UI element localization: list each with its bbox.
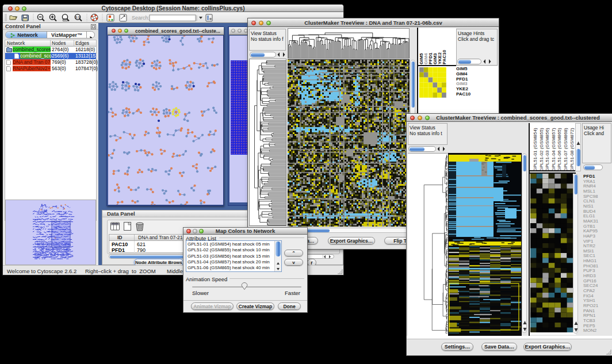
svg-text:Search:: Search: bbox=[132, 15, 150, 21]
svg-text:1:1: 1:1 bbox=[75, 16, 80, 19]
